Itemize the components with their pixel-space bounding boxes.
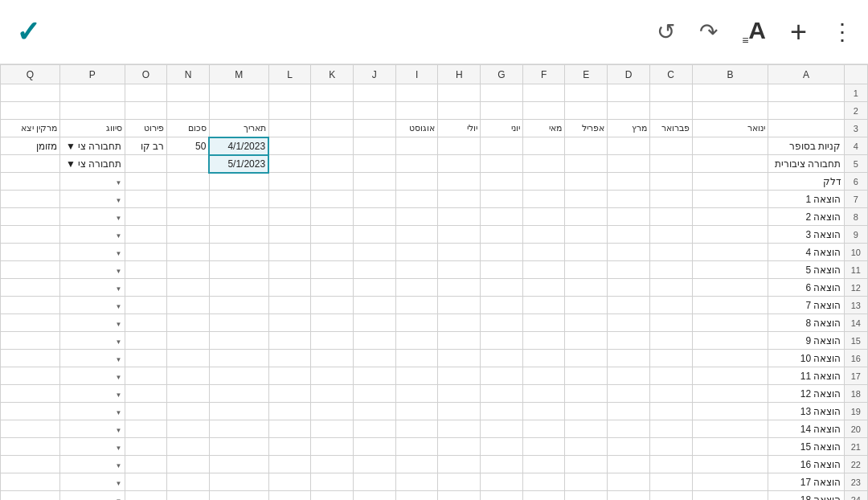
cell-Q3-header[interactable]: מרקין יצא: [1, 120, 60, 137]
dropdown-arrow-P9[interactable]: ▼: [116, 232, 122, 240]
cell-A17[interactable]: הוצאה 11: [768, 367, 844, 385]
cell-A4[interactable]: קניות בסופר: [768, 137, 844, 155]
col-header-E[interactable]: E: [565, 65, 608, 84]
cell-C6[interactable]: [649, 173, 692, 191]
cell-A24[interactable]: הוצאה 18: [768, 491, 844, 501]
cell-K5[interactable]: [311, 155, 354, 173]
dropdown-arrow-P7[interactable]: ▼: [116, 197, 122, 204]
cell-C4[interactable]: [649, 137, 692, 155]
cell-I2[interactable]: [395, 102, 438, 120]
cell-P1[interactable]: [59, 84, 125, 102]
cell-B4[interactable]: [692, 137, 768, 155]
cell-A12[interactable]: הוצאה 6: [768, 279, 844, 297]
cell-Q1[interactable]: [1, 84, 60, 102]
dropdown-arrow-P8[interactable]: ▼: [116, 215, 122, 222]
cell-B5[interactable]: [692, 155, 768, 173]
dropdown-arrow-P24[interactable]: ▼: [116, 498, 122, 501]
cell-H5[interactable]: [438, 155, 481, 173]
cell-P2[interactable]: [59, 102, 125, 120]
cell-L3[interactable]: [268, 120, 311, 137]
cell-I1[interactable]: [395, 84, 438, 102]
cell-A2[interactable]: [768, 102, 844, 120]
cell-N2[interactable]: [167, 102, 210, 120]
cell-K2[interactable]: [311, 102, 354, 120]
cell-Q5[interactable]: [1, 155, 60, 173]
cell-D2[interactable]: [608, 102, 650, 120]
cell-B1[interactable]: [692, 84, 768, 102]
cell-M2[interactable]: [209, 102, 268, 120]
cell-K6[interactable]: [311, 173, 354, 191]
cell-K4[interactable]: [311, 137, 354, 155]
cell-A7[interactable]: הוצאה 1: [768, 191, 844, 208]
cell-A9[interactable]: הוצאה 3: [768, 226, 844, 244]
cell-B6[interactable]: [692, 173, 768, 191]
cell-M3-header[interactable]: תאריך: [209, 120, 268, 137]
col-header-F[interactable]: F: [522, 65, 565, 84]
col-header-O[interactable]: O: [125, 65, 167, 84]
col-header-Q[interactable]: Q: [1, 65, 60, 84]
cell-G3-month[interactable]: יוני: [481, 120, 523, 137]
cell-Q6[interactable]: [1, 173, 60, 191]
cell-I3-month[interactable]: אוגוסט: [395, 120, 438, 137]
dropdown-arrow-P23[interactable]: ▼: [116, 480, 122, 487]
dropdown-arrow-P17[interactable]: ▼: [116, 374, 122, 381]
cell-O3-header[interactable]: פירוט: [125, 120, 167, 137]
cell-F2[interactable]: [522, 102, 565, 120]
cell-P4-category[interactable]: תחבורה צי ▼: [59, 137, 125, 155]
cell-A8[interactable]: הוצאה 2: [768, 208, 844, 226]
cell-B2[interactable]: [692, 102, 768, 120]
cell-J3[interactable]: [354, 120, 396, 137]
col-header-A[interactable]: A: [768, 65, 844, 84]
cell-H3-month[interactable]: יולי: [438, 120, 481, 137]
col-header-H[interactable]: H: [438, 65, 481, 84]
cell-P6[interactable]: ▼: [59, 173, 125, 191]
col-header-L[interactable]: L: [268, 65, 311, 84]
confirm-button[interactable]: ✓: [16, 15, 40, 49]
dropdown-arrow-P14[interactable]: ▼: [116, 321, 122, 328]
dropdown-arrow-P19[interactable]: ▼: [116, 409, 122, 416]
cell-C1[interactable]: [649, 84, 692, 102]
category-dropdown-P5[interactable]: תחבורה צי ▼: [66, 158, 122, 170]
dropdown-arrow-P13[interactable]: ▼: [116, 303, 122, 310]
cell-G1[interactable]: [481, 84, 523, 102]
col-header-K[interactable]: K: [311, 65, 354, 84]
cell-A22[interactable]: הוצאה 16: [768, 456, 844, 473]
cell-M1[interactable]: [209, 84, 268, 102]
cell-A15[interactable]: הוצאה 9: [768, 332, 844, 350]
col-header-D[interactable]: D: [608, 65, 650, 84]
cell-N4-amount[interactable]: 50: [167, 137, 210, 155]
cell-A19[interactable]: הוצאה 13: [768, 403, 844, 420]
cell-O1[interactable]: [125, 84, 167, 102]
cell-O4-detail[interactable]: רב קו: [125, 137, 167, 155]
cell-F1[interactable]: [522, 84, 565, 102]
cell-I5[interactable]: [395, 155, 438, 173]
cell-E6[interactable]: [565, 173, 608, 191]
cell-L1[interactable]: [268, 84, 311, 102]
dropdown-arrow-P21[interactable]: ▼: [116, 445, 122, 452]
add-button[interactable]: +: [790, 15, 807, 49]
col-header-B[interactable]: B: [692, 65, 768, 84]
cell-K1[interactable]: [311, 84, 354, 102]
cell-F4[interactable]: [522, 137, 565, 155]
cell-A11[interactable]: הוצאה 5: [768, 261, 844, 279]
dropdown-arrow-P22[interactable]: ▼: [116, 462, 122, 469]
col-header-J[interactable]: J: [354, 65, 396, 84]
cell-M5-date[interactable]: 5/1/2023: [209, 155, 268, 173]
cell-M4-date[interactable]: 4/1/2023: [209, 137, 268, 155]
cell-Q4-payment[interactable]: מזומן: [1, 137, 60, 155]
cell-A1[interactable]: [768, 84, 844, 102]
cell-E2[interactable]: [565, 102, 608, 120]
col-header-C[interactable]: C: [649, 65, 692, 84]
cell-A16[interactable]: הוצאה 10: [768, 350, 844, 367]
cell-H6[interactable]: [438, 173, 481, 191]
cell-G5[interactable]: [481, 155, 523, 173]
cell-F5[interactable]: [522, 155, 565, 173]
cell-F6[interactable]: [522, 173, 565, 191]
cell-L5[interactable]: [268, 155, 311, 173]
cell-C5[interactable]: [649, 155, 692, 173]
col-header-M[interactable]: M: [209, 65, 268, 84]
dropdown-arrow-P16[interactable]: ▼: [116, 356, 122, 363]
cell-J5[interactable]: [354, 155, 396, 173]
spreadsheet-container[interactable]: A B C D E F G H I J K L M N O P Q: [0, 64, 868, 500]
menu-dots-button[interactable]: ⋮: [831, 18, 852, 45]
